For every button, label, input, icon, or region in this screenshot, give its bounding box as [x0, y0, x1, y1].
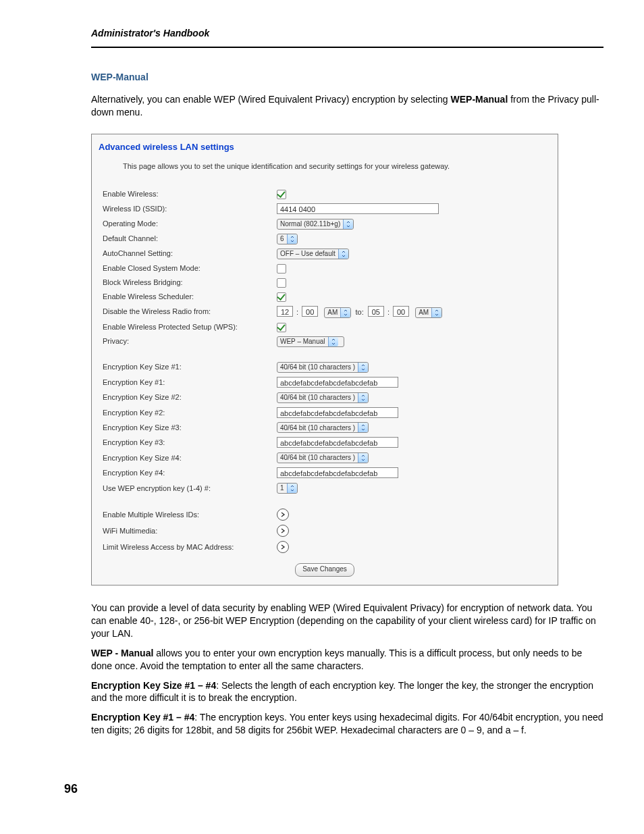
disable-from-label: Disable the Wireless Radio from: — [100, 304, 274, 320]
panel-description: This page allows you to set the unique i… — [92, 155, 558, 187]
ek2-label: Encryption Key #2: — [100, 405, 274, 421]
privacy-label: Privacy: — [100, 334, 274, 349]
ek3-label: Encryption Key #3: — [100, 435, 274, 450]
ek-size2-select[interactable]: 40/64 bit (10 characters ) — [277, 392, 369, 403]
operating-mode-select[interactable]: Normal (802.11b+g) — [277, 219, 354, 230]
from-hour-input[interactable]: 12 — [277, 306, 293, 317]
chevron-down-icon — [343, 219, 353, 229]
use-key-value: 1 — [280, 484, 284, 493]
paragraph-2: WEP - Manual allows you to enter your ow… — [91, 647, 603, 673]
save-changes-button[interactable]: Save Changes — [295, 563, 354, 577]
time-sep: : — [386, 308, 391, 316]
p2-bold: WEP - Manual — [91, 648, 153, 658]
wps-label: Enable Wireless Protected Setup (WPS): — [100, 320, 274, 334]
ek4-input[interactable]: abcdefabcdefabcdefabcdefab — [277, 467, 398, 478]
to-ampm-value: AM — [419, 308, 429, 317]
section-heading: WEP-Manual — [91, 71, 603, 84]
chevron-down-icon — [328, 337, 338, 346]
wifi-mm-link[interactable] — [277, 525, 289, 537]
closed-mode-label: Enable Closed System Mode: — [100, 261, 274, 276]
p4-bold: Encryption Key #1 – #4 — [91, 712, 194, 723]
chevron-down-icon — [358, 363, 368, 372]
ek-size4-value: 40/64 bit (10 characters ) — [280, 453, 355, 463]
multi-ids-label: Enable Multiple Wireless IDs: — [100, 506, 274, 523]
enable-wireless-label: Enable Wireless: — [100, 187, 274, 201]
chevron-down-icon — [358, 453, 368, 463]
ek-size2-label: Encryption Key Size #2: — [100, 390, 274, 405]
to-hour-input[interactable]: 05 — [368, 306, 384, 317]
multi-ids-link[interactable] — [277, 509, 289, 521]
ek3-input[interactable]: abcdefabcdefabcdefabcdefab — [277, 437, 398, 448]
operating-mode-value: Normal (802.11b+g) — [280, 219, 340, 229]
to-label-text: to: — [355, 308, 363, 316]
to-min-input[interactable]: 00 — [393, 306, 409, 317]
ek-size3-select[interactable]: 40/64 bit (10 characters ) — [277, 422, 369, 433]
block-bridging-label: Block Wireless Bridging: — [100, 276, 274, 290]
limit-mac-link[interactable] — [277, 541, 289, 553]
p2-rest: allows you to enter your own encryption … — [91, 648, 582, 671]
block-bridging-checkbox[interactable] — [277, 278, 286, 288]
ek1-label: Encryption Key #1: — [100, 375, 274, 390]
from-ampm-value: AM — [327, 308, 338, 317]
ek-size1-value: 40/64 bit (10 characters ) — [280, 363, 355, 372]
ek-size1-select[interactable]: 40/64 bit (10 characters ) — [277, 362, 369, 373]
wifi-mm-label: WiFi Multimedia: — [100, 523, 274, 539]
enable-wireless-checkbox[interactable] — [277, 190, 286, 199]
ek2-input[interactable]: abcdefabcdefabcdefabcdefab — [277, 407, 398, 418]
chevron-down-icon — [358, 423, 368, 432]
default-channel-select[interactable]: 6 — [277, 234, 298, 244]
closed-mode-checkbox[interactable] — [277, 264, 286, 273]
ek-size3-value: 40/64 bit (10 characters ) — [280, 423, 355, 433]
ek-size4-select[interactable]: 40/64 bit (10 characters ) — [277, 452, 369, 463]
autochannel-value: OFF – Use default — [280, 249, 336, 259]
paragraph-3: Encryption Key Size #1 – #4: Selects the… — [91, 679, 603, 705]
chevron-down-icon — [431, 308, 441, 317]
settings-panel: Advanced wireless LAN settings This page… — [91, 134, 558, 585]
scheduler-label: Enable Wireless Scheduler: — [100, 290, 274, 304]
intro-pre: Alternatively, you can enable WEP (Wired… — [91, 94, 451, 105]
use-key-label: Use WEP encryption key (1-4) #: — [100, 481, 274, 496]
chevron-down-icon — [340, 308, 350, 317]
chevron-down-icon — [358, 393, 368, 402]
privacy-select[interactable]: WEP – Manual — [277, 336, 344, 347]
running-header: Administrator's Handbook — [91, 27, 603, 48]
default-channel-value: 6 — [280, 234, 284, 244]
from-ampm-select[interactable]: AM — [324, 307, 351, 318]
panel-title: Advanced wireless LAN settings — [92, 134, 558, 156]
scheduler-checkbox[interactable] — [277, 292, 286, 302]
default-channel-label: Default Channel: — [100, 232, 274, 246]
ek4-label: Encryption Key #4: — [100, 465, 274, 481]
paragraph-4: Encryption Key #1 – #4: The encryption k… — [91, 711, 603, 737]
autochannel-select[interactable]: OFF – Use default — [277, 249, 349, 259]
paragraph-1: You can provide a level of data security… — [91, 602, 603, 640]
ssid-label: Wireless ID (SSID): — [100, 201, 274, 217]
to-ampm-select[interactable]: AM — [415, 307, 442, 318]
wps-checkbox[interactable] — [277, 323, 286, 332]
autochannel-label: AutoChannel Setting: — [100, 246, 274, 261]
chevron-down-icon — [287, 234, 297, 244]
p3-bold: Encryption Key Size #1 – #4 — [91, 680, 216, 691]
ek-size2-value: 40/64 bit (10 characters ) — [280, 393, 355, 402]
chevron-down-icon — [287, 484, 297, 493]
chevron-down-icon — [338, 249, 348, 259]
ek1-input[interactable]: abcdefabcdefabcdefabcdefab — [277, 377, 398, 388]
ek-size4-label: Encryption Key Size #4: — [100, 450, 274, 465]
time-sep: : — [295, 308, 300, 316]
from-min-input[interactable]: 00 — [302, 306, 318, 317]
operating-mode-label: Operating Mode: — [100, 217, 274, 232]
ssid-input[interactable]: 4414 0400 — [277, 203, 439, 214]
intro-paragraph: Alternatively, you can enable WEP (Wired… — [91, 93, 603, 119]
privacy-value: WEP – Manual — [280, 337, 325, 346]
page-number: 96 — [64, 781, 78, 797]
use-key-select[interactable]: 1 — [277, 483, 298, 494]
intro-bold: WEP-Manual — [451, 94, 508, 105]
ek-size3-label: Encryption Key Size #3: — [100, 420, 274, 435]
limit-mac-label: Limit Wireless Access by MAC Address: — [100, 539, 274, 555]
ek-size1-label: Encryption Key Size #1: — [100, 360, 274, 375]
